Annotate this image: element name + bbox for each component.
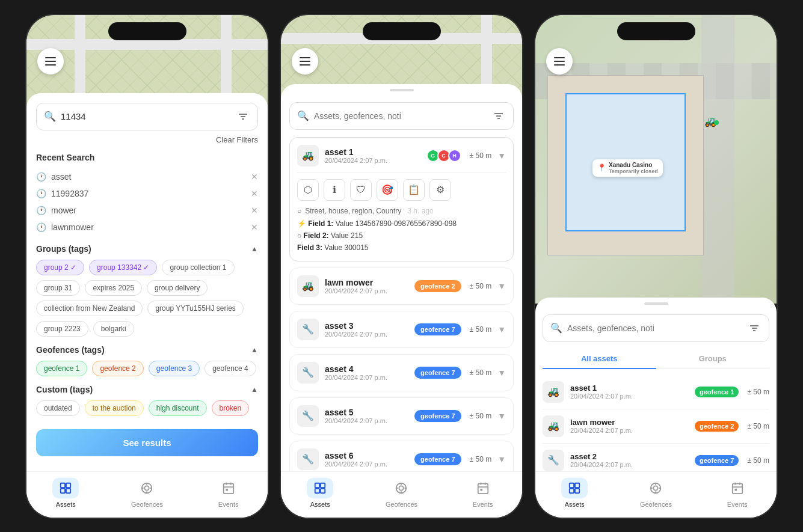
remove-recent-11992837[interactable]: ✕: [251, 189, 258, 198]
asset-row-lawnmower[interactable]: 🚜 lawn mower 20/04/2024 2:07 p.m. geofen…: [297, 275, 506, 297]
tag-broken[interactable]: broken: [212, 400, 250, 416]
action-shape-btn[interactable]: ⬡: [297, 179, 319, 201]
nav-geofences-1[interactable]: Geofences: [131, 478, 163, 508]
nav-assets-3[interactable]: Assets: [561, 478, 588, 508]
search-bar-2[interactable]: 🔍: [289, 102, 514, 130]
nav-events-label-1: Events: [218, 501, 239, 508]
location-text-1: Street, house, region, Country: [305, 207, 401, 215]
nav-events-3[interactable]: Events: [724, 478, 751, 508]
search-input-3[interactable]: [567, 323, 742, 333]
asset-info-1: asset 1 20/04/2024 2:07 p.m.: [325, 147, 420, 164]
search-input-2[interactable]: [314, 111, 487, 121]
tag-discount[interactable]: high discount: [149, 400, 207, 416]
search-bar-1[interactable]: 🔍: [36, 103, 258, 130]
chevron-3[interactable]: ▼: [497, 325, 506, 334]
nav-assets-1[interactable]: Assets: [52, 478, 79, 508]
remove-recent-mower[interactable]: ✕: [251, 206, 258, 215]
result-name-lawnmower: lawn mower: [570, 418, 689, 427]
field-label-2: Field 2:: [304, 231, 329, 240]
asset-row-3[interactable]: 🔧 asset 3 20/04/2024 2:07 p.m. geofence …: [297, 319, 506, 340]
geofences-section-header[interactable]: Geofences (tags) ▲: [36, 345, 258, 355]
recent-item-mower[interactable]: 🕐 mower ✕: [36, 202, 258, 219]
tag-bolgarki[interactable]: bolgarki: [93, 321, 134, 337]
clear-filters-btn[interactable]: Clear Filters: [36, 135, 258, 144]
tag-geofence1[interactable]: geofence 1: [36, 361, 87, 376]
nav-assets-2[interactable]: Assets: [307, 478, 333, 508]
result-row-lawnmower[interactable]: 🚜 lawn mower 20/04/2024 2:07 p.m. geofen…: [543, 409, 769, 444]
tag-collection-nz[interactable]: collection from New Zealand: [36, 301, 143, 316]
custom-chevron: ▲: [251, 385, 258, 394]
recent-label-lawnmower: lawnmower: [51, 222, 94, 232]
tag-expires2025[interactable]: expires 2025: [85, 280, 142, 296]
chevron-lawnmower[interactable]: ▼: [497, 281, 506, 291]
chevron-4[interactable]: ▼: [497, 368, 506, 378]
action-shield-btn[interactable]: 🛡: [350, 179, 372, 201]
groups-section-header[interactable]: Groups (tags) ▲: [36, 244, 258, 254]
result-name-2: asset 2: [570, 452, 689, 461]
nav-events-1[interactable]: Events: [215, 478, 242, 508]
search-bar-3[interactable]: 🔍: [543, 314, 769, 342]
filter-icon-1[interactable]: [236, 109, 250, 124]
map-dot: [714, 120, 719, 125]
nav-events-2[interactable]: Events: [470, 478, 496, 508]
tag-group-delivery[interactable]: group delivery: [147, 280, 208, 296]
asset-row-4[interactable]: 🔧 asset 4 20/04/2024 2:07 p.m. geofence …: [297, 362, 506, 384]
custom-section-header[interactable]: Custom (tags) ▲: [36, 385, 258, 394]
tag-group2[interactable]: group 2 ✓: [36, 260, 84, 275]
action-list-btn[interactable]: 📋: [403, 179, 425, 201]
tag-geofence3[interactable]: geofence 3: [149, 361, 200, 376]
asset-info-5: asset 5 20/04/2024 2:07 p.m.: [325, 408, 408, 424]
tag-outdated[interactable]: outdated: [36, 400, 80, 416]
result-date-1: 20/04/2024 2:07 p.m.: [570, 393, 689, 400]
action-location-btn[interactable]: 🎯: [377, 179, 398, 201]
tag-group133342[interactable]: group 133342 ✓: [89, 260, 157, 275]
filter-icon-3[interactable]: [747, 321, 761, 335]
hamburger-button-1[interactable]: [37, 48, 64, 75]
hamburger-button-2[interactable]: [292, 48, 318, 75]
chevron-6[interactable]: ▼: [497, 454, 506, 464]
recent-label-11992837: 11992837: [51, 189, 88, 198]
tag-geofence2[interactable]: geofence 2: [92, 361, 143, 376]
field-3: Field 3: Value 300015: [297, 242, 506, 254]
expanded-details-1: ⬡ ℹ 🛡 🎯 📋 ⚙ ○ Street, house, region, Cou…: [297, 173, 506, 254]
search-input-1[interactable]: [61, 111, 231, 121]
tag-group-collection1[interactable]: group collection 1: [162, 260, 234, 275]
asset-info-3: asset 3 20/04/2024 2:07 p.m.: [325, 321, 408, 338]
tab-all-assets[interactable]: All assets: [543, 349, 656, 369]
location-icon-1: ○: [297, 207, 301, 215]
assets-nav-icon-2: [307, 478, 333, 498]
svg-point-18: [399, 486, 404, 490]
recent-item-asset[interactable]: 🕐 asset ✕: [36, 168, 258, 185]
tag-group-yy[interactable]: group YYTu155HJ series: [147, 301, 243, 316]
action-info-btn[interactable]: ℹ: [324, 179, 345, 201]
result-icon-lawnmower: 🚜: [543, 415, 564, 437]
remove-recent-asset[interactable]: ✕: [251, 172, 258, 182]
chevron-5[interactable]: ▼: [497, 411, 506, 421]
search-icon-3: 🔍: [550, 322, 562, 334]
field-2: ○ Field 2: Value 215: [297, 230, 506, 242]
recent-item-11992837[interactable]: 🕐 11992837 ✕: [36, 185, 258, 202]
nav-geofences-2[interactable]: Geofences: [386, 478, 417, 508]
recent-item-lawnmower[interactable]: 🕐 lawnmower ✕: [36, 219, 258, 236]
result-row-asset1[interactable]: 🚜 asset 1 20/04/2024 2:07 p.m. geofence …: [543, 375, 769, 409]
asset-name-lawnmower: lawn mower: [325, 278, 408, 287]
tab-groups[interactable]: Groups: [656, 349, 770, 369]
asset-row-5[interactable]: 🔧 asset 5 20/04/2024 2:07 p.m. geofence …: [297, 405, 506, 427]
tag-group31[interactable]: group 31: [36, 280, 80, 296]
see-results-button[interactable]: See results: [36, 429, 258, 456]
action-settings-btn[interactable]: ⚙: [429, 179, 451, 201]
nav-geofences-3[interactable]: Geofences: [640, 478, 672, 508]
tag-auction[interactable]: to the auction: [85, 400, 144, 416]
svg-point-8: [145, 486, 149, 490]
asset-icon-5: 🔧: [297, 405, 319, 427]
remove-recent-lawnmower[interactable]: ✕: [251, 222, 258, 232]
asset-row-1[interactable]: 🚜 asset 1 20/04/2024 2:07 p.m. G C H ± 5…: [297, 145, 506, 167]
filter-icon-2[interactable]: [491, 109, 506, 123]
asset-info-6: asset 6 20/04/2024 2:07 p.m.: [325, 451, 408, 468]
asset-row-6[interactable]: 🔧 asset 6 20/04/2024 2:07 p.m. geofence …: [297, 448, 506, 470]
tag-geofence4[interactable]: geofence 4: [205, 361, 256, 376]
asset-chevron-1[interactable]: ▼: [497, 151, 506, 161]
tag-group2223[interactable]: group 2223: [36, 321, 88, 337]
geofences-chevron: ▲: [251, 346, 258, 354]
hamburger-button-3[interactable]: [546, 48, 573, 75]
